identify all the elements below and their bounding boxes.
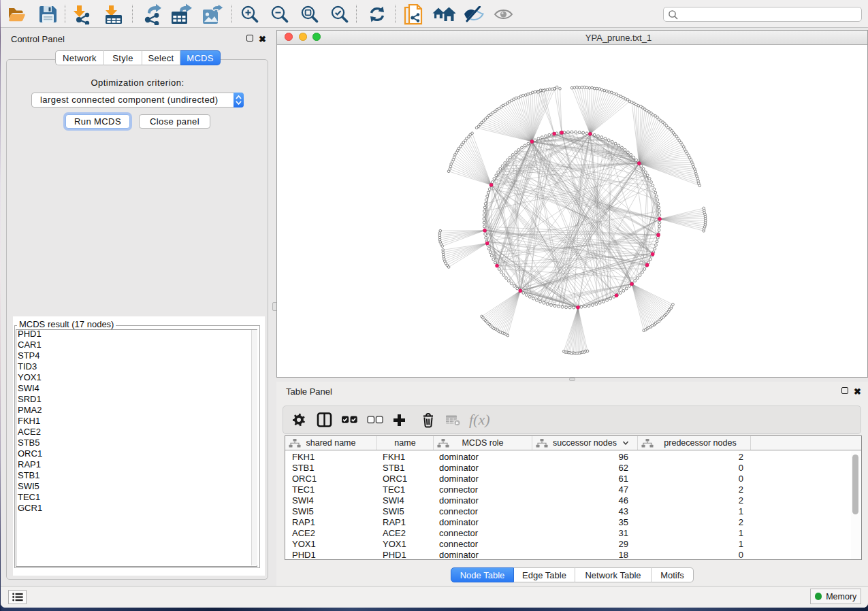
svg-text:f(x): f(x) [469,411,490,428]
